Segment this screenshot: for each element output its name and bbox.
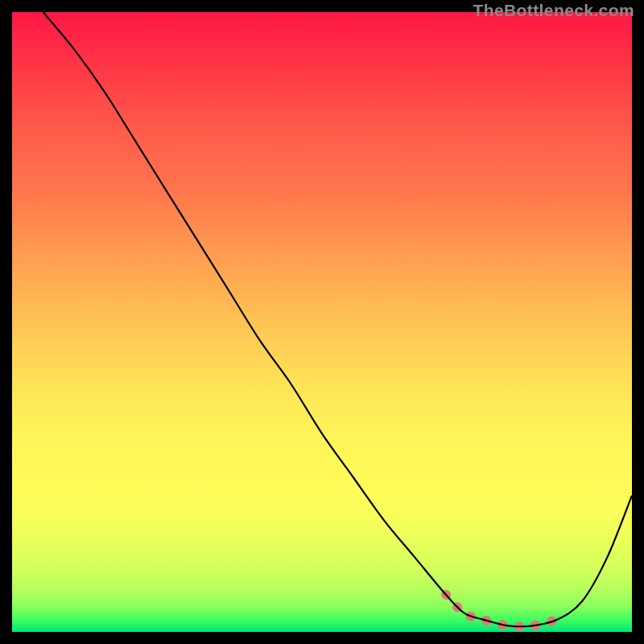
curve-svg: [12, 12, 632, 632]
chart-container: TheBottleneck.com: [0, 0, 644, 644]
bottleneck-curve: [43, 12, 633, 626]
attribution-label: TheBottleneck.com: [473, 1, 634, 20]
optimal-zone-highlight: [446, 595, 558, 626]
